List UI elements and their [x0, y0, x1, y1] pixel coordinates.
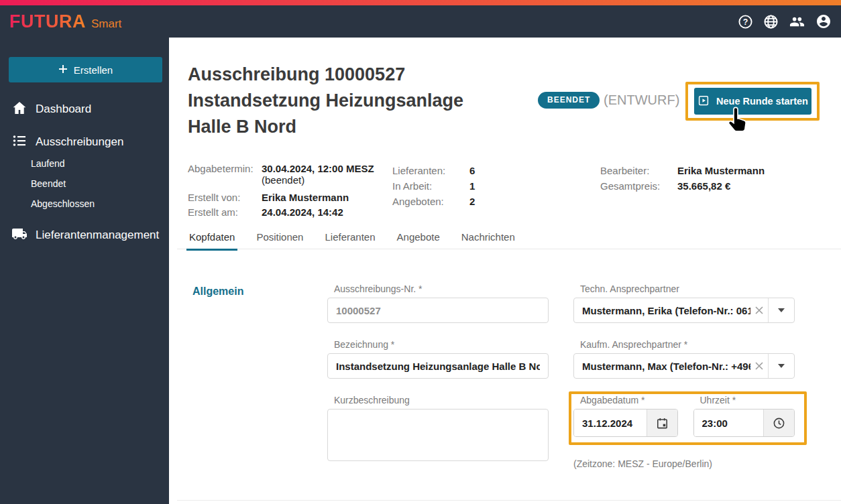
page-title: Ausschreibung 10000527 Instandsetzung He…	[188, 62, 510, 140]
field-bezeichnung: Bezeichnung *	[327, 339, 549, 379]
section-title-allgemein: Allgemein	[192, 286, 243, 298]
create-button[interactable]: Erstellen	[9, 57, 162, 82]
globe-icon[interactable]	[763, 14, 779, 29]
form-column-right: Techn. Ansprechpartner Mustermann, Erika…	[573, 284, 795, 437]
ausschreibungs-nr-input[interactable]	[327, 298, 549, 323]
calendar-icon[interactable]	[647, 410, 677, 436]
meta-column-owner: Bearbeiter: Erika Mustermann Gesamtpreis…	[600, 163, 765, 194]
meta-label: Gesamtpreis:	[600, 178, 677, 194]
clear-icon[interactable]	[750, 361, 768, 371]
meta-value: 6	[469, 163, 475, 178]
meta-label: Bearbeiter:	[600, 163, 677, 178]
new-round-button[interactable]: Neue Runde starten	[694, 88, 811, 115]
account-icon[interactable]	[816, 13, 832, 29]
meta-value: 30.04.2024, 12:00 MESZ	[262, 163, 374, 174]
timezone-note: (Zeitzone: MESZ - Europe/Berlin)	[573, 458, 712, 469]
field-abgabedatum: Abgabedatum *	[573, 395, 678, 437]
sidebar-item-ausschreibungen[interactable]: Ausschreibungen	[0, 132, 169, 152]
sidebar-subitem-label: Beendet	[31, 178, 66, 189]
meta-column-dates: Abgabetermin: 30.04.2024, 12:00 MESZ (be…	[188, 163, 374, 220]
tab-angebote[interactable]: Angebote	[396, 229, 441, 251]
select-value: Mustermann, Erika (Telefon-Nr.: 061 ...	[574, 305, 750, 316]
select-value: Mustermann, Max (Telefon-Nr.: +496 ...	[574, 361, 750, 372]
kurzbeschreibung-textarea[interactable]	[327, 409, 549, 461]
plus-icon	[58, 64, 68, 76]
field-kaufm-ansprechpartner: Kaufm. Ansprechpartner * Mustermann, Max…	[573, 339, 795, 379]
bezeichnung-input[interactable]	[327, 353, 549, 379]
new-round-button-label: Neue Runde starten	[716, 96, 808, 107]
create-button-label: Erstellen	[74, 64, 113, 76]
field-ausschreibungs-nr: Ausschreibungs-Nr. *	[327, 284, 549, 323]
field-uhrzeit: Uhrzeit *	[693, 395, 795, 437]
abgabedatum-input[interactable]	[574, 410, 647, 436]
sidebar-item-label: Ausschreibungen	[36, 135, 123, 149]
meta-value: Erika Mustermann	[677, 163, 765, 178]
tab-lieferanten[interactable]: Lieferanten	[323, 229, 376, 251]
sidebar-subitem-abgeschlossen[interactable]: Abgeschlossen	[31, 196, 95, 212]
meta-label: Lieferanten:	[392, 163, 469, 178]
main-content: Ausschreibung 10000527 Instandsetzung He…	[169, 38, 841, 504]
field-label: Bezeichnung *	[327, 339, 549, 350]
meta-value: 24.04.2024, 14:42	[262, 205, 343, 220]
field-label: Abgabedatum *	[573, 395, 678, 405]
field-label: Kaufm. Ansprechpartner *	[573, 339, 795, 350]
meta-value: 2	[469, 194, 475, 209]
svg-text:?: ?	[743, 17, 748, 26]
tab-kopfdaten[interactable]: Kopfdaten	[188, 229, 236, 251]
field-label: Techn. Ansprechpartner	[573, 284, 795, 294]
sidebar-subitem-label: Abgeschlossen	[31, 198, 95, 209]
sidebar-item-dashboard[interactable]: Dashboard	[0, 99, 169, 119]
meta-label: In Arbeit:	[392, 178, 469, 194]
meta-value: 35.665,82 €	[677, 178, 730, 194]
sidebar-item-lieferantenmanagement[interactable]: Lieferantenmanagement	[0, 225, 169, 245]
meta-value: Erika Mustermann	[262, 190, 349, 205]
meta-value: 1	[469, 178, 475, 194]
sidebar-subitem-beendet[interactable]: Beendet	[31, 176, 66, 192]
chevron-down-icon[interactable]	[769, 354, 794, 378]
users-icon[interactable]	[789, 14, 805, 29]
field-kurzbeschreibung: Kurzbeschreibung	[327, 395, 549, 464]
meta-label: Erstellt am:	[188, 205, 262, 220]
home-icon	[11, 100, 27, 119]
clock-icon[interactable]	[763, 410, 794, 436]
sidebar-subitem-label: Laufend	[31, 158, 65, 169]
form-column-left: Ausschreibungs-Nr. * Bezeichnung * Kurzb…	[327, 284, 549, 464]
top-gradient-strip	[0, 0, 841, 5]
deadline-row: Abgabedatum * Uhrzeit *	[573, 395, 795, 437]
field-label: Kurzbeschreibung	[327, 395, 549, 405]
draft-label: (ENTWURF)	[604, 92, 679, 108]
list-icon	[11, 133, 27, 152]
meta-column-counts: Lieferanten: 6 In Arbeit: 1 Angeboten: 2	[392, 163, 475, 209]
kaufm-ansprechpartner-select[interactable]: Mustermann, Max (Telefon-Nr.: +496 ...	[573, 353, 795, 379]
play-box-icon	[697, 94, 710, 109]
help-icon[interactable]: ?	[738, 14, 753, 29]
meta-label: Abgabetermin:	[188, 163, 262, 174]
brand-logo: FUTURA	[9, 11, 86, 32]
status-badge: BEENDET	[538, 92, 600, 109]
bottom-divider	[177, 500, 841, 501]
field-label: Ausschreibungs-Nr. *	[327, 284, 549, 294]
sidebar-item-label: Dashboard	[36, 103, 91, 116]
app-bar: FUTURA Smart ?	[0, 5, 841, 38]
tab-bar: Kopfdaten Positionen Lieferanten Angebot…	[188, 229, 516, 251]
brand-suffix: Smart	[91, 17, 121, 31]
techn-ansprechpartner-select[interactable]: Mustermann, Erika (Telefon-Nr.: 061 ...	[573, 298, 795, 323]
field-label: Uhrzeit *	[693, 395, 795, 405]
meta-label: Angeboten:	[392, 194, 469, 209]
appbar-icon-group: ?	[738, 13, 832, 29]
chevron-down-icon[interactable]	[769, 298, 794, 322]
tab-positionen[interactable]: Positionen	[255, 229, 304, 251]
tab-nachrichten[interactable]: Nachrichten	[460, 229, 516, 251]
truck-icon	[11, 226, 27, 245]
sidebar: Erstellen Dashboard Ausschreibungen Lauf…	[0, 38, 169, 504]
field-techn-ansprechpartner: Techn. Ansprechpartner Mustermann, Erika…	[573, 284, 795, 323]
meta-label: Erstellt von:	[188, 190, 262, 205]
sidebar-item-label: Lieferantenmanagement	[36, 229, 159, 242]
sidebar-subitem-laufend[interactable]: Laufend	[31, 155, 65, 172]
uhrzeit-input[interactable]	[694, 410, 764, 436]
meta-note: (beendet)	[262, 174, 304, 186]
cursor-pointer-hand	[724, 106, 751, 135]
clear-icon[interactable]	[750, 306, 768, 315]
